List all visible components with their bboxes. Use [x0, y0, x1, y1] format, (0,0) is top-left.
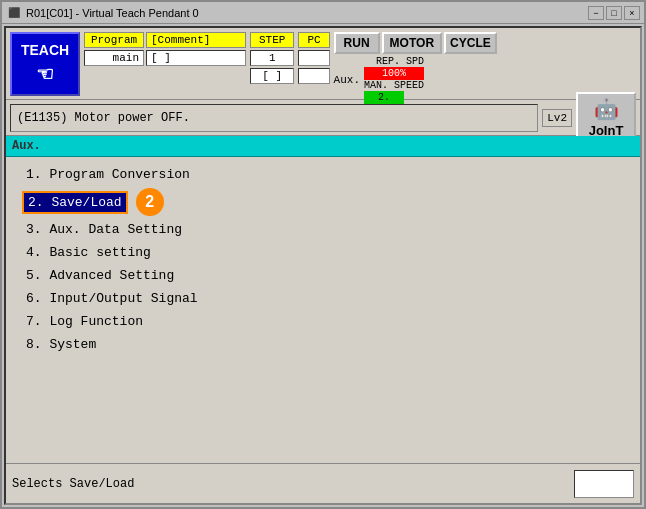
menu-item-wrapper-4: 4. Basic setting	[22, 243, 624, 262]
step-section: STEP 1 [ ]	[250, 32, 294, 95]
app-icon: ⬛	[6, 5, 22, 21]
menu-item-7[interactable]: 7. Log Function	[22, 312, 147, 331]
menu-item-wrapper-5: 5. Advanced Setting	[22, 266, 624, 285]
speed-value: 100%	[364, 67, 424, 80]
toolbar: TEACH ☜ Program [Comment] main [ ] STEP …	[6, 28, 640, 100]
lv2-badge: Lv2	[542, 109, 572, 127]
run-button[interactable]: RUN	[334, 32, 380, 54]
menu-item-6[interactable]: 6. Input/Output Signal	[22, 289, 202, 308]
pc-section: PC	[298, 32, 329, 95]
menu-item-wrapper-2: 2. Save/Load2	[22, 188, 624, 216]
program-label: Program	[84, 32, 144, 48]
cycle-button[interactable]: CYCLE	[444, 32, 497, 54]
step-label: STEP	[250, 32, 294, 48]
status-bar: (E1135) Motor power OFF. Lv2 🤖 JoInT	[6, 100, 640, 136]
ok-button[interactable]	[574, 470, 634, 498]
motor-button[interactable]: MOTOR	[382, 32, 442, 54]
main-content: TEACH ☜ Program [Comment] main [ ] STEP …	[4, 26, 642, 505]
program-value[interactable]: main	[84, 50, 144, 66]
maximize-button[interactable]: □	[606, 6, 622, 20]
bottom-bar: Selects Save/Load	[6, 463, 640, 503]
pc-value	[298, 50, 329, 66]
man-speed-label: MAN. SPEED	[364, 80, 424, 91]
menu-item-wrapper-1: 1. Program Conversion	[22, 165, 624, 184]
prog-value-row: main [ ]	[84, 50, 246, 66]
run-buttons-row: RUN MOTOR CYCLE	[334, 32, 497, 54]
joint-icon: 🤖	[594, 97, 619, 121]
teach-button[interactable]: TEACH ☜	[10, 32, 80, 96]
status-message: (E1135) Motor power OFF.	[10, 104, 538, 132]
window-title: R01[C01] - Virtual Teach Pendant 0	[26, 7, 199, 19]
menu-item-2[interactable]: 2. Save/Load	[22, 191, 128, 214]
menu-item-8[interactable]: 8. System	[22, 335, 100, 354]
title-buttons: − □ ×	[588, 6, 640, 20]
selected-badge: 2	[136, 188, 164, 216]
menu-item-3[interactable]: 3. Aux. Data Setting	[22, 220, 186, 239]
title-left: ⬛ R01[C01] - Virtual Teach Pendant 0	[6, 5, 199, 21]
aux-label: Aux.	[334, 74, 360, 86]
pc-bracket	[298, 68, 329, 84]
man-speed-value: 2.	[364, 91, 404, 104]
close-button[interactable]: ×	[624, 6, 640, 20]
menu-item-1[interactable]: 1. Program Conversion	[22, 165, 194, 184]
comment-label: [Comment]	[146, 32, 246, 48]
teach-label: TEACH	[21, 42, 69, 58]
speed-section: REP. SPD 100% MAN. SPEED 2.	[364, 56, 424, 104]
step-value[interactable]: 1	[250, 50, 294, 66]
program-section: Program [Comment] main [ ]	[84, 32, 246, 95]
rep-spd-label: REP. SPD	[364, 56, 424, 67]
pc-label: PC	[298, 32, 329, 48]
menu-item-wrapper-8: 8. System	[22, 335, 624, 354]
program-bracket[interactable]: [ ]	[146, 50, 246, 66]
menu-item-wrapper-7: 7. Log Function	[22, 312, 624, 331]
hand-icon: ☜	[36, 62, 54, 86]
menu-item-5[interactable]: 5. Advanced Setting	[22, 266, 178, 285]
menu-item-wrapper-3: 3. Aux. Data Setting	[22, 220, 624, 239]
menu-item-wrapper-6: 6. Input/Output Signal	[22, 289, 624, 308]
aux-header: Aux.	[6, 136, 640, 157]
minimize-button[interactable]: −	[588, 6, 604, 20]
step-bracket: [ ]	[250, 68, 294, 84]
menu-item-4[interactable]: 4. Basic setting	[22, 243, 155, 262]
prog-label-row: Program [Comment]	[84, 32, 246, 48]
title-bar: ⬛ R01[C01] - Virtual Teach Pendant 0 − □…	[2, 2, 644, 24]
menu-list: 1. Program Conversion2. Save/Load23. Aux…	[6, 157, 640, 463]
status-hint: Selects Save/Load	[12, 477, 566, 491]
speed-row: Aux. REP. SPD 100% MAN. SPEED 2.	[334, 56, 497, 104]
main-window: ⬛ R01[C01] - Virtual Teach Pendant 0 − □…	[0, 0, 646, 509]
run-section: RUN MOTOR CYCLE Aux. REP. SPD 100% MAN. …	[334, 32, 497, 95]
